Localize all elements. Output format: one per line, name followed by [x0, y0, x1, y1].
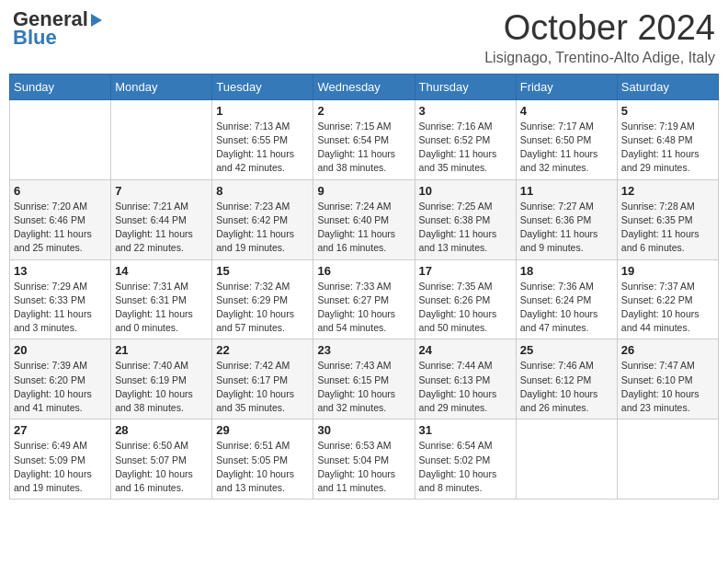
day-number: 4: [520, 104, 613, 118]
day-info: Sunrise: 7:24 AM Sunset: 6:40 PM Dayligh…: [317, 200, 410, 256]
calendar-cell: [617, 419, 718, 500]
day-number: 15: [216, 264, 309, 278]
day-number: 14: [115, 264, 208, 278]
day-number: 24: [419, 343, 512, 357]
day-number: 5: [621, 104, 714, 118]
day-info: Sunrise: 7:16 AM Sunset: 6:52 PM Dayligh…: [419, 120, 512, 176]
day-number: 21: [115, 343, 208, 357]
day-info: Sunrise: 7:32 AM Sunset: 6:29 PM Dayligh…: [216, 280, 309, 336]
day-info: Sunrise: 7:25 AM Sunset: 6:38 PM Dayligh…: [419, 200, 512, 256]
calendar-cell: 13Sunrise: 7:29 AM Sunset: 6:33 PM Dayli…: [10, 259, 111, 339]
calendar-cell: [111, 99, 212, 179]
day-number: 20: [14, 343, 107, 357]
calendar-cell: 22Sunrise: 7:42 AM Sunset: 6:17 PM Dayli…: [212, 339, 313, 419]
day-number: 22: [216, 343, 309, 357]
day-number: 16: [317, 264, 410, 278]
calendar-cell: 17Sunrise: 7:35 AM Sunset: 6:26 PM Dayli…: [415, 259, 516, 339]
calendar-cell: 24Sunrise: 7:44 AM Sunset: 6:13 PM Dayli…: [415, 339, 516, 419]
calendar-cell: 11Sunrise: 7:27 AM Sunset: 6:36 PM Dayli…: [516, 179, 617, 259]
day-info: Sunrise: 6:49 AM Sunset: 5:09 PM Dayligh…: [14, 439, 107, 495]
calendar-cell: 23Sunrise: 7:43 AM Sunset: 6:15 PM Dayli…: [313, 339, 415, 419]
day-number: 26: [621, 343, 714, 357]
week-row-3: 13Sunrise: 7:29 AM Sunset: 6:33 PM Dayli…: [10, 259, 719, 339]
calendar-cell: 19Sunrise: 7:37 AM Sunset: 6:22 PM Dayli…: [617, 259, 718, 339]
day-info: Sunrise: 6:51 AM Sunset: 5:05 PM Dayligh…: [216, 439, 309, 495]
title-section: October 2024 Lisignago, Trentino-Alto Ad…: [484, 9, 715, 66]
day-number: 30: [317, 423, 410, 437]
weekday-header-tuesday: Tuesday: [212, 74, 313, 99]
day-number: 17: [419, 264, 512, 278]
week-row-5: 27Sunrise: 6:49 AM Sunset: 5:09 PM Dayli…: [10, 419, 719, 500]
day-info: Sunrise: 7:20 AM Sunset: 6:46 PM Dayligh…: [14, 200, 107, 256]
day-info: Sunrise: 7:47 AM Sunset: 6:10 PM Dayligh…: [621, 359, 714, 415]
calendar-cell: 9Sunrise: 7:24 AM Sunset: 6:40 PM Daylig…: [313, 179, 415, 259]
calendar-cell: 21Sunrise: 7:40 AM Sunset: 6:19 PM Dayli…: [111, 339, 212, 419]
calendar-cell: 12Sunrise: 7:28 AM Sunset: 6:35 PM Dayli…: [617, 179, 718, 259]
day-info: Sunrise: 7:42 AM Sunset: 6:17 PM Dayligh…: [216, 359, 309, 415]
calendar-cell: 18Sunrise: 7:36 AM Sunset: 6:24 PM Dayli…: [516, 259, 617, 339]
day-number: 6: [14, 184, 107, 198]
weekday-header-thursday: Thursday: [415, 74, 516, 99]
day-number: 13: [14, 264, 107, 278]
day-info: Sunrise: 7:39 AM Sunset: 6:20 PM Dayligh…: [14, 359, 107, 415]
calendar-cell: 25Sunrise: 7:46 AM Sunset: 6:12 PM Dayli…: [516, 339, 617, 419]
day-info: Sunrise: 7:19 AM Sunset: 6:48 PM Dayligh…: [621, 120, 714, 176]
month-title: October 2024: [484, 9, 715, 48]
calendar-cell: 2Sunrise: 7:15 AM Sunset: 6:54 PM Daylig…: [313, 99, 415, 179]
calendar-cell: 6Sunrise: 7:20 AM Sunset: 6:46 PM Daylig…: [10, 179, 111, 259]
day-info: Sunrise: 7:44 AM Sunset: 6:13 PM Dayligh…: [419, 359, 512, 415]
calendar-cell: 5Sunrise: 7:19 AM Sunset: 6:48 PM Daylig…: [617, 99, 718, 179]
day-number: 18: [520, 264, 613, 278]
day-number: 23: [317, 343, 410, 357]
calendar-cell: 14Sunrise: 7:31 AM Sunset: 6:31 PM Dayli…: [111, 259, 212, 339]
day-info: Sunrise: 6:53 AM Sunset: 5:04 PM Dayligh…: [317, 439, 410, 495]
weekday-header-saturday: Saturday: [617, 74, 718, 99]
day-info: Sunrise: 7:33 AM Sunset: 6:27 PM Dayligh…: [317, 280, 410, 336]
logo-blue: Blue: [13, 28, 102, 48]
day-number: 28: [115, 423, 208, 437]
day-number: 10: [419, 184, 512, 198]
calendar-table: SundayMondayTuesdayWednesdayThursdayFrid…: [9, 74, 719, 500]
page-header: General Blue October 2024 Lisignago, Tre…: [9, 9, 719, 66]
day-number: 11: [520, 184, 613, 198]
calendar-cell: 4Sunrise: 7:17 AM Sunset: 6:50 PM Daylig…: [516, 99, 617, 179]
calendar-cell: 27Sunrise: 6:49 AM Sunset: 5:09 PM Dayli…: [10, 419, 111, 500]
day-number: 7: [115, 184, 208, 198]
day-number: 12: [621, 184, 714, 198]
day-number: 2: [317, 104, 410, 118]
day-info: Sunrise: 7:35 AM Sunset: 6:26 PM Dayligh…: [419, 280, 512, 336]
calendar-cell: 16Sunrise: 7:33 AM Sunset: 6:27 PM Dayli…: [313, 259, 415, 339]
calendar-cell: 8Sunrise: 7:23 AM Sunset: 6:42 PM Daylig…: [212, 179, 313, 259]
day-info: Sunrise: 7:46 AM Sunset: 6:12 PM Dayligh…: [520, 359, 613, 415]
day-info: Sunrise: 6:54 AM Sunset: 5:02 PM Dayligh…: [419, 439, 512, 495]
week-row-1: 1Sunrise: 7:13 AM Sunset: 6:55 PM Daylig…: [10, 99, 719, 179]
calendar-cell: 28Sunrise: 6:50 AM Sunset: 5:07 PM Dayli…: [111, 419, 212, 500]
day-number: 31: [419, 423, 512, 437]
day-info: Sunrise: 7:43 AM Sunset: 6:15 PM Dayligh…: [317, 359, 410, 415]
location: Lisignago, Trentino-Alto Adige, Italy: [484, 50, 715, 66]
day-number: 1: [216, 104, 309, 118]
day-info: Sunrise: 6:50 AM Sunset: 5:07 PM Dayligh…: [115, 439, 208, 495]
calendar-cell: 31Sunrise: 6:54 AM Sunset: 5:02 PM Dayli…: [415, 419, 516, 500]
day-number: 9: [317, 184, 410, 198]
day-info: Sunrise: 7:37 AM Sunset: 6:22 PM Dayligh…: [621, 280, 714, 336]
day-info: Sunrise: 7:17 AM Sunset: 6:50 PM Dayligh…: [520, 120, 613, 176]
calendar-cell: 20Sunrise: 7:39 AM Sunset: 6:20 PM Dayli…: [10, 339, 111, 419]
day-number: 29: [216, 423, 309, 437]
day-number: 19: [621, 264, 714, 278]
calendar-cell: 30Sunrise: 6:53 AM Sunset: 5:04 PM Dayli…: [313, 419, 415, 500]
day-info: Sunrise: 7:15 AM Sunset: 6:54 PM Dayligh…: [317, 120, 410, 176]
day-info: Sunrise: 7:28 AM Sunset: 6:35 PM Dayligh…: [621, 200, 714, 256]
calendar-cell: [516, 419, 617, 500]
calendar-cell: [10, 99, 111, 179]
calendar-cell: 10Sunrise: 7:25 AM Sunset: 6:38 PM Dayli…: [415, 179, 516, 259]
week-row-2: 6Sunrise: 7:20 AM Sunset: 6:46 PM Daylig…: [10, 179, 719, 259]
day-info: Sunrise: 7:21 AM Sunset: 6:44 PM Dayligh…: [115, 200, 208, 256]
weekday-header-sunday: Sunday: [10, 74, 111, 99]
calendar-cell: 15Sunrise: 7:32 AM Sunset: 6:29 PM Dayli…: [212, 259, 313, 339]
day-info: Sunrise: 7:40 AM Sunset: 6:19 PM Dayligh…: [115, 359, 208, 415]
weekday-header-friday: Friday: [516, 74, 617, 99]
calendar-cell: 26Sunrise: 7:47 AM Sunset: 6:10 PM Dayli…: [617, 339, 718, 419]
calendar-cell: 1Sunrise: 7:13 AM Sunset: 6:55 PM Daylig…: [212, 99, 313, 179]
day-number: 3: [419, 104, 512, 118]
